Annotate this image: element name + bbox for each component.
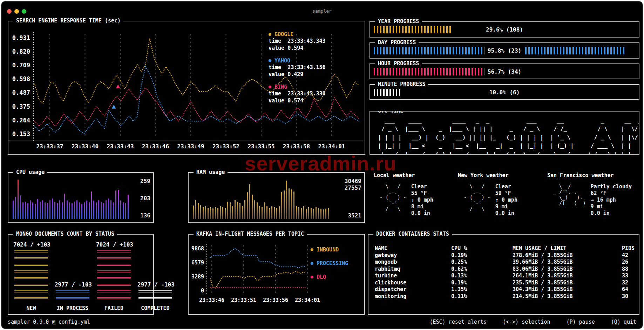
spark-bar: [208, 208, 209, 219]
mongo-status-label: COMPLETED: [141, 305, 169, 311]
spark-bar: [318, 208, 319, 219]
spark-bar: [37, 199, 38, 219]
legend-value: value 0.429: [269, 71, 326, 78]
weather-temp: 59 °F: [495, 190, 517, 196]
mongo-count: 2977 / -103: [53, 281, 92, 288]
weather-title: San Francisco weather: [547, 172, 643, 179]
spark-bar: [59, 200, 60, 219]
legend-item-google: GOOGLEtime 23:33:43.343value 0.594: [269, 31, 326, 52]
spark-bar: [269, 208, 270, 219]
panel-utc-time[interactable]: UTC TIME ___ ____ ____ _ _ ___ __ _ __ _…: [370, 111, 639, 155]
mongo-column-new: 7024 / +103NEW: [12, 240, 50, 311]
spark-bar: [311, 208, 312, 219]
spark-bar: [89, 202, 90, 219]
svg-text:23:33:46: 23:33:46: [199, 297, 224, 303]
svg-text:23:33:56: 23:33:56: [263, 297, 288, 303]
panel-ram-usage[interactable]: RAM usage 30469 27557 3521: [188, 172, 365, 223]
spark-bar: [57, 203, 58, 219]
mongo-bar: [97, 297, 131, 299]
docker-cell: 30: [622, 293, 632, 300]
spark-bar: [320, 209, 321, 219]
mongo-bar: [14, 297, 48, 299]
docker-header-row: NAMECPU %MEM USAGE / LIMITPIDS: [368, 245, 639, 252]
spark-bar: [264, 202, 265, 219]
panel-docker-stats[interactable]: DOCKER CONTAINERS STATS NAMECPU %MEM USA…: [368, 234, 639, 315]
docker-cell: 0.13%: [451, 272, 513, 280]
panel-year-progress[interactable]: YEAR PROGRESS 29.6% (108): [370, 21, 639, 38]
spark-bar: [81, 204, 82, 219]
docker-cell: 0.19%: [451, 280, 513, 287]
ascii-clock: ___ ____ ____ _ _ ___ __ _ __ __ / _ \ |…: [370, 112, 639, 155]
docker-row-dispatcher: dispatcher1.35%304.3MiB / 3.855GiB64: [368, 286, 639, 293]
docker-cell: 83.06MiB / 3.855GiB: [513, 266, 622, 273]
spark-bar: [279, 206, 280, 219]
docker-header: CPU %: [451, 245, 513, 252]
legend-series-name: BING: [274, 84, 287, 90]
panel-cpu-usage[interactable]: CPU usage 259 203 136: [8, 172, 154, 223]
weather-visibility: 9 mi: [591, 203, 632, 210]
weather-visibility: 8 mi: [411, 203, 433, 210]
svg-text:0.820: 0.820: [12, 48, 30, 55]
spark-bar: [110, 200, 111, 219]
legend-series-name: YAHOO: [274, 58, 290, 64]
sampler-window: sampler SEARCH ENGINE RESPONSE TIME (sec…: [1, 1, 643, 329]
docker-cell: mongodb: [375, 259, 451, 266]
legend-time: time 23:33:43.330: [269, 90, 326, 97]
spark-bar: [49, 200, 50, 219]
legend-value: value 0.574: [269, 97, 326, 104]
window-title: sampler: [1, 8, 643, 14]
ram-current: 27557: [345, 184, 361, 191]
spark-bar: [239, 203, 240, 219]
mongo-bar: [14, 270, 48, 272]
spark-bar: [222, 207, 223, 219]
spark-bar: [125, 203, 126, 219]
svg-text:0.264: 0.264: [12, 117, 30, 124]
spark-bar: [120, 200, 121, 219]
weather-san-francisco: San Francisco weather \ / _ /"".-. \_( )…: [547, 172, 643, 223]
spark-bar: [254, 200, 255, 219]
mongo-count: 7024 / +103: [95, 241, 133, 248]
spark-bar: [303, 206, 304, 219]
spark-bar: [103, 203, 104, 219]
svg-text:23:33:40: 23:33:40: [72, 143, 99, 150]
panel-title: SEARCH ENGINE RESPONSE TIME (sec): [13, 18, 123, 24]
mongo-status-label: NEW: [26, 305, 36, 311]
legend-series-name: INBOUND: [317, 247, 339, 253]
panel-minute-progress[interactable]: MINUTE PROGRESS 10.0% (6): [370, 84, 639, 100]
docker-cell: 214.5MiB / 3.855GiB: [513, 293, 622, 300]
cpu-max: 259: [140, 178, 150, 184]
weather-condition: Clear: [495, 183, 517, 190]
svg-text:23:34:01: 23:34:01: [295, 297, 320, 303]
mongo-bar: [97, 264, 131, 266]
docker-cell: 64: [622, 286, 632, 293]
spark-bar: [227, 202, 228, 219]
weather-precip: 0.0 in: [591, 210, 632, 216]
panel-kafka-messages[interactable]: KAFKA IN-FLIGHT MESSAGES PER TOPIC 23:33…: [188, 234, 365, 315]
cpu-min: 136: [140, 212, 150, 219]
spark-bar: [32, 202, 33, 219]
spark-bar: [108, 198, 109, 219]
gauge-value: 56.7% (34): [484, 68, 524, 75]
svg-text:23:33:46: 23:33:46: [142, 143, 169, 150]
mongo-bar: [56, 297, 90, 299]
key-hint: (<->) selection: [503, 319, 550, 325]
panel-mongo-documents[interactable]: MONGO DOCUMENTS COUNT BY STATUS 7024 / +…: [8, 234, 154, 315]
spark-bar: [64, 194, 65, 219]
spark-bar: [93, 201, 94, 219]
spark-bar: [316, 207, 317, 219]
spark-bar: [259, 206, 260, 219]
spark-bar: [25, 202, 26, 219]
panel-day-progress[interactable]: DAY PROGRESS 95.8% (23): [370, 42, 639, 59]
spark-bar: [128, 195, 129, 219]
weather-local: Local weather \ / .-. - ( ) - `-' / \ Cl…: [366, 172, 458, 223]
mongo-status-label: FAILED: [104, 305, 123, 311]
docker-row-mongodb: mongodb0.25%39.66MiB / 3.855GiB26: [368, 259, 639, 266]
spark-bar: [276, 208, 277, 219]
panel-search-engine-response-time[interactable]: SEARCH ENGINE RESPONSE TIME (sec) 23:33:…: [8, 21, 365, 155]
spark-bar: [67, 200, 68, 219]
panel-hour-progress[interactable]: HOUR PROGRESS 56.7% (34): [370, 63, 639, 79]
legend-item-bing: BINGtime 23:33:43.330value 0.574: [269, 84, 326, 104]
docker-cell: 304.3MiB / 3.855GiB: [513, 286, 622, 293]
status-bar: sampler 0.9.0 @ config.yml (ESC) reset a…: [8, 319, 636, 325]
mongo-count: 2977 / -103: [136, 281, 175, 288]
